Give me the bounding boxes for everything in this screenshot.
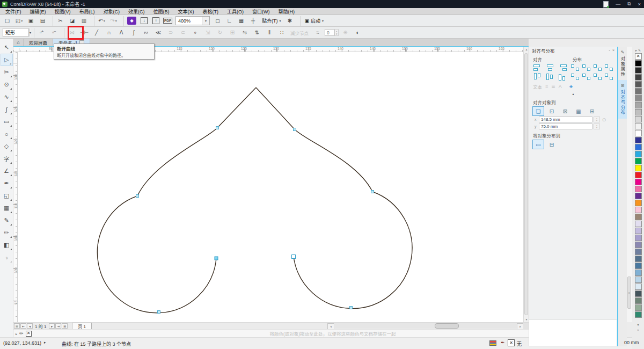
color-swatch[interactable] (635, 242, 642, 248)
distribute-top-button[interactable] (570, 72, 581, 81)
menu-item[interactable]: 布局(L) (75, 8, 99, 15)
color-swatch[interactable] (635, 151, 642, 157)
chevron-down-icon[interactable]: ▾ (202, 17, 209, 25)
color-swatch[interactable] (635, 179, 642, 185)
distribute-left-button[interactable] (570, 63, 581, 72)
cusp-node-button[interactable]: Λ (115, 27, 127, 38)
smoothness-spinner[interactable]: 0 ▲▼ (325, 29, 339, 36)
export-button[interactable]: ↑ (150, 16, 162, 26)
artistic-media-tool[interactable]: ∫ (1, 103, 13, 115)
y-spinner[interactable]: ▲▼ (594, 123, 600, 129)
reflect-horizontal-button[interactable]: ⇋ (238, 27, 251, 38)
pick-tool[interactable]: ↖ (1, 41, 13, 54)
distribute-spacing-h-button[interactable] (592, 63, 603, 72)
next-page-button[interactable]: ▸ (49, 323, 55, 329)
tab-object-properties[interactable]: ✎ 对象属性 (618, 47, 627, 80)
text-baseline-first-line-button[interactable]: ≡ (545, 84, 548, 89)
menu-item[interactable]: 对象(C) (99, 8, 125, 15)
color-swatch[interactable] (635, 193, 642, 199)
snap-to-dropdown[interactable]: 贴齐(T)▾ (259, 17, 284, 24)
color-swatch[interactable] (635, 270, 642, 276)
fill-tool[interactable]: ◧ (1, 239, 13, 251)
stretch-nodes-button[interactable]: ⇲ (201, 27, 214, 38)
curve-node[interactable] (215, 257, 218, 260)
menu-item[interactable]: 位图(B) (149, 8, 174, 15)
tab-align-distribute[interactable]: ⊞ 对齐与分布 (618, 80, 627, 119)
menu-item[interactable]: 文件(F) (1, 8, 26, 15)
smoothness-value[interactable]: 0 (325, 29, 334, 36)
menu-item[interactable]: 文本(X) (174, 8, 199, 15)
curve-node[interactable] (216, 127, 219, 129)
undo-button[interactable]: ↶ (96, 16, 107, 26)
launch-dropdown[interactable]: ▣ 启动 ▾ (302, 17, 327, 24)
color-swatch[interactable] (635, 67, 642, 74)
convert-to-curve-button[interactable]: ∩ (103, 27, 115, 38)
vertical-scrollbar[interactable]: ▲ ▼ (523, 47, 529, 322)
new-document-button[interactable]: ▢ (2, 16, 13, 26)
delete-node-button[interactable]: ▫⁻ (48, 27, 60, 38)
palette-scrollbar[interactable]: ≡ (627, 47, 632, 322)
full-screen-preview-button[interactable]: ◻ (212, 16, 223, 26)
zoom-level-combo[interactable]: 400% ▾ (175, 16, 210, 25)
convert-to-line-button[interactable]: ╱ (90, 27, 103, 38)
feedback-icon[interactable] (603, 1, 609, 8)
curve-smoothness-button[interactable]: ✳ (339, 27, 351, 38)
no-color-swatch[interactable]: ✕ (635, 53, 642, 60)
search-content-button[interactable]: ◆ (127, 17, 136, 25)
align-left-button[interactable] (532, 63, 543, 72)
drawing-canvas[interactable] (18, 52, 523, 322)
palette-scrollbar-thumb[interactable]: ≡ (627, 277, 631, 309)
align-top-button[interactable] (532, 72, 543, 81)
cut-button[interactable]: ✂ (55, 16, 66, 26)
color-swatch[interactable] (635, 95, 642, 101)
curve-node[interactable] (292, 255, 296, 259)
color-swatch[interactable] (635, 186, 642, 192)
text-tool[interactable]: 字 (1, 152, 13, 165)
align-right-button[interactable] (557, 63, 568, 72)
menu-item[interactable]: 窗口(W) (248, 8, 274, 15)
horizontal-scrollbar-thumb[interactable] (435, 323, 459, 329)
reverse-direction-button[interactable]: ≪ (152, 27, 164, 38)
close-button[interactable]: × (638, 2, 641, 7)
curve-node[interactable] (158, 311, 160, 314)
doc-palette-pen-icon[interactable]: ✏ (19, 331, 24, 336)
horizontal-scrollbar-track[interactable] (334, 323, 517, 329)
crop-tool[interactable]: ✂ (1, 66, 13, 78)
color-swatch[interactable] (635, 165, 642, 171)
pdf-button[interactable]: PDF (162, 16, 173, 26)
polygon-tool[interactable]: ◇ (1, 140, 13, 152)
rectangle-tool[interactable]: ▭ (1, 115, 13, 128)
color-swatch[interactable] (635, 283, 642, 290)
doc-palette-arrow-icon[interactable]: ▸ (16, 332, 17, 336)
home-tab[interactable]: ⌂ (13, 39, 24, 46)
curve-svg[interactable] (18, 52, 523, 322)
add-node-button[interactable]: ▫⁺ (35, 27, 48, 38)
align-to-grid-button[interactable]: ▦ (573, 106, 584, 116)
spinner-arrows[interactable]: ▲▼ (334, 29, 339, 36)
palette-arrow-icon[interactable]: ▸ (635, 48, 637, 52)
dimension-tool[interactable]: ∠ (1, 165, 13, 177)
menu-item[interactable]: 编辑(E) (26, 8, 50, 15)
outline-none-swatch[interactable]: ✕ (508, 339, 515, 346)
title-bar[interactable]: CorelDRAW X8 (64-Bit) - 未命名 -1 — ⧉ × (0, 0, 644, 8)
align-to-active-object-button[interactable]: ❏ (532, 106, 544, 116)
extract-subpath-button[interactable]: ⊂ (177, 27, 189, 38)
distribute-center-h-button[interactable] (581, 63, 592, 72)
color-settings-icon[interactable] (489, 340, 496, 346)
select-all-nodes-button[interactable]: ∷ (275, 27, 288, 38)
x-coordinate-field[interactable]: 148.5 mm (539, 117, 592, 122)
ellipse-tool[interactable]: ○ (1, 128, 13, 140)
open-document-button[interactable]: ◰ (13, 16, 25, 26)
show-grid-button[interactable]: ▦ (236, 16, 247, 26)
elastic-mode-button[interactable]: ‖ (263, 27, 275, 38)
align-to-page-center-button[interactable]: ⊠ (559, 106, 571, 116)
color-swatch[interactable] (635, 109, 642, 115)
rotate-skew-nodes-button[interactable]: ↻ (214, 27, 226, 38)
color-swatch[interactable] (635, 60, 642, 67)
set-point-icon[interactable]: ⊙ (601, 117, 607, 122)
extend-curve-to-close-button[interactable]: ⊃ (164, 27, 177, 38)
print-button[interactable]: ▤ (37, 16, 48, 26)
y-coordinate-field[interactable]: 75.0 mm (539, 123, 592, 129)
page-tab[interactable]: 页 1 (72, 323, 92, 330)
align-nodes-button[interactable]: ⊞ (226, 27, 238, 38)
